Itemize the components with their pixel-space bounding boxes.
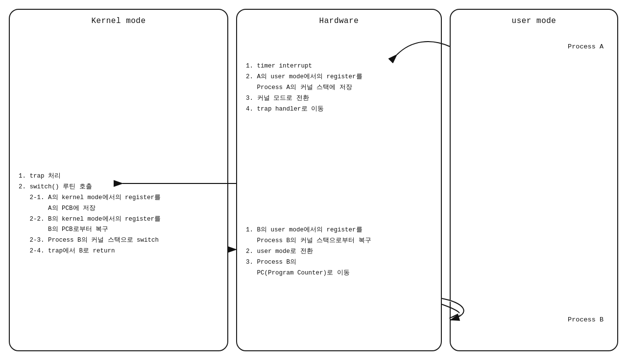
process-b-main: Process B <box>568 316 603 323</box>
hardware-top-text: 1. timer interrupt 2. A의 user mode에서의 re… <box>246 61 362 114</box>
hardware-panel-title: Hardware <box>237 10 441 25</box>
kernel-main-text: 1. trap 처리 2. switch() 루틴 호출 2-1. A의 ker… <box>19 171 161 257</box>
process-a-main: Process A <box>568 43 603 50</box>
hardware-panel-main: Hardware 1. timer interrupt 2. A의 user m… <box>236 9 442 351</box>
user-panel-main: user mode Process A Process B <box>450 9 618 351</box>
user-panel-title: user mode <box>451 10 617 25</box>
main-wrapper: Kernel mode 1. trap 처리 2. switch() 루틴 호출… <box>0 0 627 364</box>
kernel-panel-title: Kernel mode <box>10 10 227 25</box>
hardware-bottom-text: 1. B의 user mode에서의 register를 Process B의 … <box>246 225 371 278</box>
kernel-panel-main: Kernel mode 1. trap 처리 2. switch() 루틴 호출… <box>9 9 228 351</box>
